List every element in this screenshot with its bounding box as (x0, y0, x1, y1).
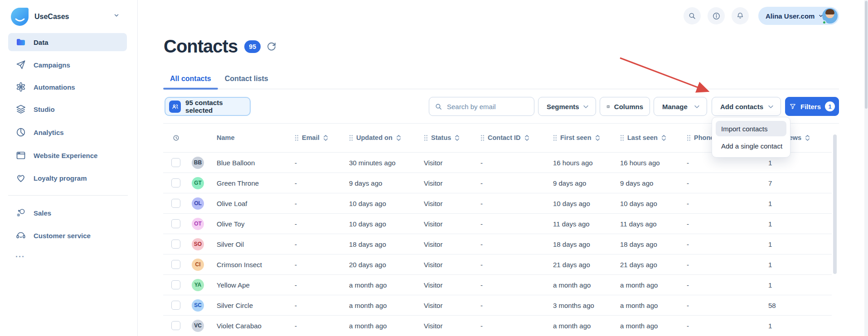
filters-button[interactable]: Filters 1 (785, 97, 839, 116)
column-header-contact-id[interactable]: Contact ID (480, 134, 553, 141)
sidebar-item-studio[interactable]: Studio (8, 100, 127, 118)
sort-icon[interactable] (661, 134, 667, 141)
cell-page-views: 1 (764, 220, 832, 228)
cell-page-views: 58 (764, 302, 832, 309)
chevron-down-icon[interactable] (113, 12, 120, 19)
column-header-first-seen[interactable]: First seen (553, 134, 620, 141)
row-checkbox[interactable] (171, 280, 180, 289)
cell-updated-on: 18 days ago (349, 240, 424, 248)
columns-button[interactable]: Columns (600, 97, 650, 116)
segments-dropdown-button[interactable]: Segments (538, 97, 596, 116)
contacts-tabs: All contacts Contact lists (163, 75, 275, 89)
sidebar-item-data[interactable]: Data (8, 33, 127, 51)
drag-handle-icon[interactable] (480, 134, 485, 141)
cell-email: - (295, 281, 349, 289)
row-checkbox[interactable] (171, 199, 180, 208)
drag-handle-icon[interactable] (553, 134, 557, 141)
cell-updated-on: a month ago (349, 281, 424, 289)
sidebar-item-loyalty-program[interactable]: Loyalty program (8, 169, 127, 187)
search-input[interactable] (447, 103, 524, 110)
contact-name[interactable]: Violet Carabao (217, 322, 262, 330)
manage-dropdown-button[interactable]: Manage (654, 97, 707, 116)
row-checkbox[interactable] (171, 240, 180, 249)
column-header-updated-on[interactable]: Updated on (349, 134, 424, 141)
table-scrollbar[interactable] (833, 134, 837, 274)
menu-item-add-single-contact[interactable]: Add a single contact (716, 138, 786, 154)
table-row[interactable]: GT Green Throne - 9 days ago Visitor - 9… (163, 173, 832, 193)
tab-contact-lists[interactable]: Contact lists (218, 75, 275, 89)
cell-phone: - (687, 179, 764, 187)
table-row[interactable]: YA Yellow Ape - a month ago Visitor - a … (163, 274, 832, 295)
cell-status: Visitor (424, 159, 480, 167)
cell-first-seen: 10 days ago (553, 200, 620, 207)
add-contacts-dropdown-button[interactable]: Add contacts (712, 97, 781, 116)
contact-name[interactable]: Silver Oil (217, 240, 244, 248)
refresh-icon[interactable] (267, 42, 276, 52)
page-scrollbar[interactable] (864, 0, 868, 336)
table-row[interactable]: OL Olive Loaf - 10 days ago Visitor - 10… (163, 193, 832, 213)
cell-first-seen: 16 hours ago (553, 159, 620, 167)
drag-handle-icon[interactable] (620, 134, 624, 141)
global-search-button[interactable] (684, 7, 701, 24)
sort-icon[interactable] (396, 134, 402, 141)
cell-email: - (295, 261, 349, 269)
column-header-status[interactable]: Status (424, 134, 480, 141)
row-checkbox[interactable] (171, 321, 180, 330)
workspace-switcher[interactable]: UseCases (11, 7, 127, 27)
sidebar-item-website-experience[interactable]: Website Experience (8, 146, 127, 164)
contact-name[interactable]: Olive Loaf (217, 200, 247, 207)
sort-icon[interactable] (805, 134, 810, 141)
selected-contacts-button[interactable]: 95 contacts selected (165, 97, 251, 116)
search-by-email-field[interactable] (429, 97, 534, 116)
table-row[interactable]: SC Silver Circle - a month ago Visitor -… (163, 295, 832, 315)
table-row[interactable]: OT Olive Toy - 10 days ago Visitor - 11 … (163, 213, 832, 234)
notifications-button[interactable] (732, 7, 749, 24)
table-row[interactable]: CI Crimson Insect - 20 days ago Visitor … (163, 254, 832, 274)
contact-name[interactable]: Green Throne (217, 179, 259, 187)
table-row[interactable]: VC Violet Carabao - a month ago Visitor … (163, 315, 832, 336)
sidebar-item-sales[interactable]: Sales (8, 204, 127, 222)
row-checkbox[interactable] (171, 158, 180, 167)
sort-icon[interactable] (323, 134, 329, 141)
contact-name[interactable]: Crimson Insect (217, 261, 262, 269)
contact-name[interactable]: Silver Circle (217, 302, 253, 309)
cell-first-seen: 18 days ago (553, 240, 620, 248)
sort-icon[interactable] (595, 134, 601, 141)
contact-name[interactable]: Blue Balloon (217, 159, 255, 167)
help-button[interactable] (708, 7, 725, 24)
sidebar-item-campaigns[interactable]: Campaigns (8, 56, 127, 74)
column-header-name[interactable]: Name (188, 134, 295, 141)
sort-icon[interactable] (454, 134, 460, 141)
row-checkbox[interactable] (171, 260, 180, 269)
sidebar-item-automations[interactable]: Automations (8, 78, 127, 96)
sidebar-more-button[interactable]: ... (15, 250, 25, 259)
usecases-logo-icon (11, 7, 29, 26)
sidebar-item-analytics[interactable]: Analytics (8, 123, 127, 141)
drag-handle-icon[interactable] (295, 134, 299, 141)
column-header-email[interactable]: Email (295, 134, 349, 141)
cell-updated-on: a month ago (349, 302, 424, 309)
sidebar-item-label: Website Experience (34, 152, 97, 159)
cell-last-seen: 21 days ago (620, 261, 687, 269)
menu-item-import-contacts[interactable]: Import contacts (716, 121, 786, 136)
cell-page-views: 1 (764, 240, 832, 248)
tab-all-contacts[interactable]: All contacts (163, 75, 218, 89)
row-checkbox[interactable] (171, 301, 180, 310)
drag-handle-icon[interactable] (424, 134, 428, 141)
contact-name[interactable]: Yellow Ape (217, 281, 250, 289)
drag-handle-icon[interactable] (349, 134, 353, 141)
sort-icon[interactable] (524, 134, 530, 141)
drag-handle-icon[interactable] (687, 134, 691, 141)
contact-name[interactable]: Olive Toy (217, 220, 244, 228)
avatar: OL (192, 197, 204, 210)
row-checkbox[interactable] (171, 219, 180, 228)
cell-page-views: 1 (764, 322, 832, 330)
column-header-last-seen[interactable]: Last seen (620, 134, 687, 141)
sidebar-item-customer-service[interactable]: Customer service (8, 226, 127, 245)
updated-time-column-header[interactable] (163, 134, 188, 141)
user-menu[interactable]: Alina User.com (758, 7, 839, 25)
sidebar-item-label: Loyalty program (34, 174, 87, 182)
row-checkbox[interactable] (171, 178, 180, 187)
table-row[interactable]: SO Silver Oil - 18 days ago Visitor - 18… (163, 234, 832, 254)
user-name: Alina User.com (766, 12, 815, 20)
